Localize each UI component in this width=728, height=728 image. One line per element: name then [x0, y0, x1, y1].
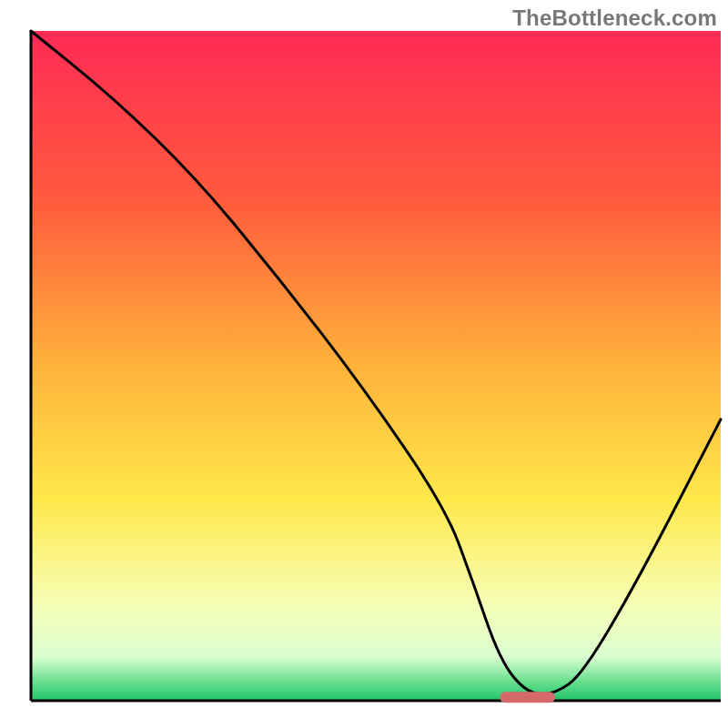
watermark-text: TheBottleneck.com [512, 5, 717, 31]
bottleneck-chart [0, 0, 728, 728]
plot-background [31, 31, 721, 701]
chart-container: TheBottleneck.com [0, 0, 728, 728]
optimal-range-marker [500, 692, 555, 703]
